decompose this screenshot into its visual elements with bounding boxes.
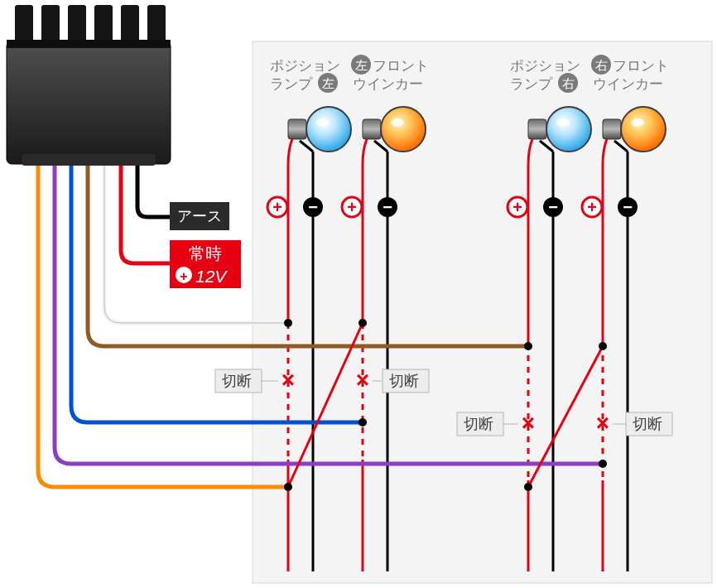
svg-point-67 xyxy=(599,460,607,468)
svg-rect-22 xyxy=(528,119,546,139)
svg-point-23 xyxy=(546,107,591,152)
svg-text:+: + xyxy=(272,198,282,216)
connector-block xyxy=(7,5,171,166)
svg-text:+: + xyxy=(180,269,187,283)
svg-point-17 xyxy=(306,107,351,152)
svg-point-62 xyxy=(284,319,292,327)
label-winker-left: 左 フロント ウインカー xyxy=(351,55,429,92)
svg-text:フロント: フロント xyxy=(373,58,429,74)
svg-text:右: 右 xyxy=(595,58,608,72)
svg-rect-97 xyxy=(22,154,156,166)
svg-text:左: 左 xyxy=(355,58,368,72)
svg-rect-25 xyxy=(603,119,621,139)
svg-rect-19 xyxy=(363,119,381,139)
svg-rect-95 xyxy=(147,5,166,45)
earth-tag: アース xyxy=(170,202,229,230)
svg-point-21 xyxy=(391,118,404,127)
svg-rect-94 xyxy=(121,5,139,45)
svg-point-68 xyxy=(284,483,292,491)
svg-text:ポジション: ポジション xyxy=(510,58,580,74)
cut-label: 切断 xyxy=(389,373,419,389)
label-winker-right: 右 フロント ウインカー xyxy=(591,55,669,92)
svg-point-66 xyxy=(358,418,367,427)
svg-text:×: × xyxy=(596,410,609,436)
badge-left-winker: 左 xyxy=(351,55,371,75)
svg-text:ランプ: ランプ xyxy=(510,76,553,92)
badge-right-winker: 右 xyxy=(591,55,611,75)
svg-point-69 xyxy=(524,483,532,491)
svg-rect-91 xyxy=(41,5,60,45)
svg-point-26 xyxy=(621,107,666,152)
svg-rect-16 xyxy=(288,119,306,139)
svg-text:常時: 常時 xyxy=(189,244,222,263)
svg-rect-90 xyxy=(15,5,33,45)
cut-label: 切断 xyxy=(222,373,252,389)
svg-text:−: − xyxy=(548,198,558,216)
svg-text:ポジション: ポジション xyxy=(270,58,340,74)
svg-rect-92 xyxy=(68,5,86,45)
svg-point-65 xyxy=(599,342,607,350)
svg-text:左: 左 xyxy=(322,76,334,90)
svg-point-27 xyxy=(631,118,644,127)
badge-right-pos: 右 xyxy=(558,73,578,93)
svg-text:−: − xyxy=(383,198,392,216)
svg-rect-93 xyxy=(94,5,113,45)
svg-text:+: + xyxy=(587,198,597,216)
svg-text:右: 右 xyxy=(562,76,575,90)
svg-text:−: − xyxy=(623,198,633,216)
svg-text:−: − xyxy=(308,198,318,216)
svg-text:+: + xyxy=(347,198,357,216)
constant-12v-tag: 常時 + 12V xyxy=(170,240,241,288)
svg-text:×: × xyxy=(282,367,295,393)
wiring-diagram: ポジション ランプ 左 左 フロント ウインカー ポジション ランプ 右 右 フ… xyxy=(0,0,717,588)
svg-point-63 xyxy=(358,319,367,327)
badge-left-pos: 左 xyxy=(318,73,338,93)
svg-text:フロント: フロント xyxy=(613,58,669,74)
svg-point-20 xyxy=(381,107,426,152)
svg-text:アース: アース xyxy=(177,208,222,224)
svg-text:×: × xyxy=(356,367,369,393)
svg-text:12V: 12V xyxy=(195,267,228,286)
svg-rect-96 xyxy=(7,40,171,48)
svg-text:ウインカー: ウインカー xyxy=(593,76,663,92)
svg-text:ウインカー: ウインカー xyxy=(353,76,423,92)
svg-point-18 xyxy=(316,118,330,127)
svg-text:+: + xyxy=(512,198,522,216)
svg-point-24 xyxy=(556,118,570,127)
cut-label: 切断 xyxy=(633,416,662,432)
svg-text:ランプ: ランプ xyxy=(270,76,313,92)
svg-point-64 xyxy=(524,342,532,350)
svg-text:×: × xyxy=(522,410,535,436)
cut-label: 切断 xyxy=(464,416,493,432)
svg-rect-89 xyxy=(7,41,171,164)
